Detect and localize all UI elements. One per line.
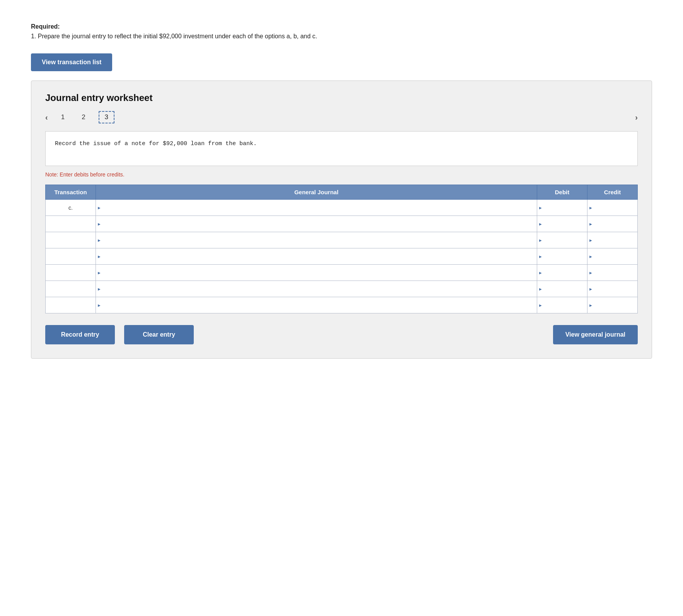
cell-arrow-c6: ► [589,287,593,291]
transaction-cell-1: c. [46,200,96,216]
debit-cell-5[interactable]: ► [537,265,587,281]
col-header-credit: Credit [587,185,638,200]
general-journal-input-2[interactable] [96,216,537,232]
worksheet-title: Journal entry worksheet [45,92,638,103]
transaction-cell-6 [46,281,96,297]
general-journal-input-6[interactable] [96,281,537,297]
record-entry-button[interactable]: Record entry [45,325,115,344]
tab-next-arrow[interactable]: › [635,113,638,122]
view-general-journal-button[interactable]: View general journal [553,325,638,344]
credit-input-3[interactable] [587,232,637,248]
general-journal-cell-6[interactable]: ► [96,281,537,297]
general-journal-cell-2[interactable]: ► [96,216,537,232]
credit-input-4[interactable] [587,248,637,264]
general-journal-input-5[interactable] [96,265,537,281]
credit-cell-4[interactable]: ► [587,248,638,265]
transaction-cell-5 [46,265,96,281]
credit-input-2[interactable] [587,216,637,232]
cell-arrow-c7: ► [589,303,593,308]
transaction-cell-2 [46,216,96,232]
credit-cell-1[interactable]: ► [587,200,638,216]
general-journal-input-1[interactable] [96,200,537,216]
credit-cell-2[interactable]: ► [587,216,638,232]
cell-arrow-c4: ► [589,254,593,259]
table-row: ► ► ► [46,281,638,297]
table-row: ► ► ► [46,265,638,281]
general-journal-cell-4[interactable]: ► [96,248,537,265]
table-row: ► ► ► [46,297,638,313]
required-label: Required: [31,23,652,30]
tab-prev-arrow[interactable]: ‹ [45,113,48,122]
debit-input-4[interactable] [537,248,587,264]
cell-arrow-d2: ► [538,222,543,226]
view-transaction-list-button[interactable]: View transaction list [31,53,112,71]
general-journal-input-3[interactable] [96,232,537,248]
table-row: ► ► ► [46,216,638,232]
journal-table: Transaction General Journal Debit Credit… [45,185,638,313]
cell-arrow-gj5: ► [97,270,101,275]
table-row: ► ► ► [46,232,638,248]
cell-arrow-c1: ► [589,205,593,210]
general-journal-input-4[interactable] [96,248,537,264]
col-header-transaction: Transaction [46,185,96,200]
credit-cell-6[interactable]: ► [587,281,638,297]
transaction-cell-3 [46,232,96,248]
transaction-cell-7 [46,297,96,313]
col-header-general-journal: General Journal [96,185,537,200]
debit-input-7[interactable] [537,297,587,313]
cell-arrow-d6: ► [538,287,543,291]
journal-entry-worksheet: Journal entry worksheet ‹ 1 2 3 › Record… [31,80,652,359]
tab-1[interactable]: 1 [57,112,68,123]
general-journal-input-7[interactable] [96,297,537,313]
clear-entry-button[interactable]: Clear entry [124,325,194,344]
debit-input-3[interactable] [537,232,587,248]
debit-cell-7[interactable]: ► [537,297,587,313]
col-header-debit: Debit [537,185,587,200]
note-text: Note: Enter debits before credits. [45,171,638,178]
cell-arrow-gj4: ► [97,254,101,259]
credit-cell-7[interactable]: ► [587,297,638,313]
cell-arrow-d3: ► [538,238,543,243]
cell-arrow-c3: ► [589,238,593,243]
credit-cell-5[interactable]: ► [587,265,638,281]
cell-arrow-c2: ► [589,222,593,226]
general-journal-cell-5[interactable]: ► [96,265,537,281]
cell-arrow-gj6: ► [97,287,101,291]
tab-3[interactable]: 3 [99,111,114,123]
tab-2[interactable]: 2 [78,112,89,123]
credit-cell-3[interactable]: ► [587,232,638,248]
table-row: ► ► ► [46,248,638,265]
cell-arrow-gj1: ► [97,205,101,210]
credit-input-7[interactable] [587,297,637,313]
credit-input-1[interactable] [587,200,637,216]
debit-input-6[interactable] [537,281,587,297]
cell-arrow-gj7: ► [97,303,101,308]
credit-input-6[interactable] [587,281,637,297]
general-journal-cell-3[interactable]: ► [96,232,537,248]
debit-input-1[interactable] [537,200,587,216]
tab-navigation: ‹ 1 2 3 › [45,111,638,123]
debit-cell-2[interactable]: ► [537,216,587,232]
debit-cell-1[interactable]: ► [537,200,587,216]
cell-arrow-d1: ► [538,205,543,210]
cell-arrow-gj3: ► [97,238,101,243]
debit-input-2[interactable] [537,216,587,232]
cell-arrow-gj2: ► [97,222,101,226]
action-buttons-row: Record entry Clear entry View general jo… [45,325,638,344]
instruction-text: 1. Prepare the journal entry to reflect … [31,32,652,41]
credit-input-5[interactable] [587,265,637,281]
debit-input-5[interactable] [537,265,587,281]
table-row: c. ► ► ► [46,200,638,216]
description-box: Record the issue of a note for $92,000 l… [45,131,638,166]
debit-cell-3[interactable]: ► [537,232,587,248]
transaction-cell-4 [46,248,96,265]
general-journal-cell-7[interactable]: ► [96,297,537,313]
cell-arrow-d5: ► [538,270,543,275]
general-journal-cell-1[interactable]: ► [96,200,537,216]
cell-arrow-d4: ► [538,254,543,259]
debit-cell-6[interactable]: ► [537,281,587,297]
cell-arrow-c5: ► [589,270,593,275]
cell-arrow-d7: ► [538,303,543,308]
debit-cell-4[interactable]: ► [537,248,587,265]
